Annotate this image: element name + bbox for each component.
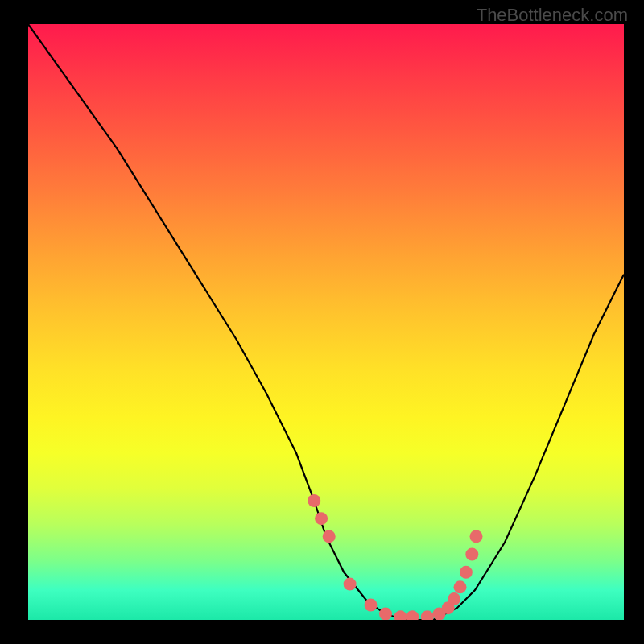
plot-area xyxy=(28,24,624,620)
highlight-dot xyxy=(365,599,378,612)
bottleneck-curve xyxy=(28,24,624,620)
highlight-dot xyxy=(470,530,483,543)
highlight-dot xyxy=(315,512,328,525)
highlight-dot xyxy=(344,578,357,591)
chart-container: TheBottleneck.com xyxy=(0,0,644,644)
highlight-dot xyxy=(308,494,320,507)
highlight-dot xyxy=(406,610,419,620)
highlight-dot xyxy=(323,530,336,543)
highlight-dot xyxy=(454,580,467,593)
highlight-dot xyxy=(394,610,407,620)
highlight-dot xyxy=(421,610,434,620)
highlight-dot xyxy=(448,592,460,605)
highlight-dot xyxy=(379,608,392,620)
highlight-dots xyxy=(308,494,482,620)
watermark-label: TheBottleneck.com xyxy=(477,5,628,26)
highlight-dot xyxy=(460,566,473,579)
highlight-dot xyxy=(465,548,478,561)
curve-layer xyxy=(28,24,624,620)
